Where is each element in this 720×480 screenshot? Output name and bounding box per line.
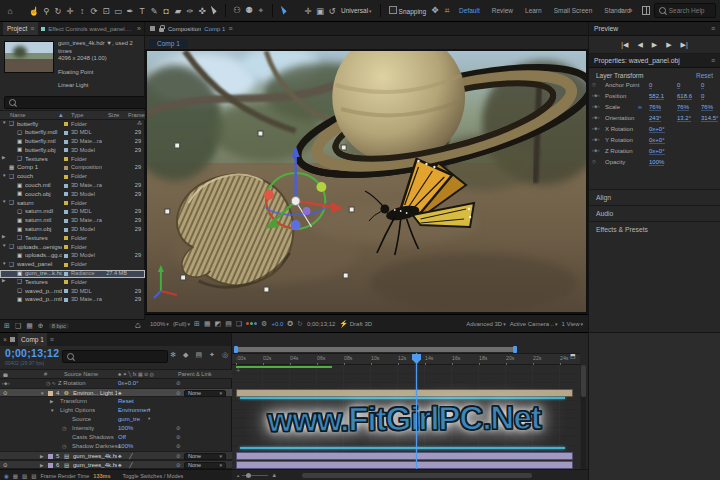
footage-layer-bar[interactable] bbox=[236, 461, 573, 469]
panel-menu-icon[interactable]: ≡ bbox=[711, 57, 715, 64]
zoom-knob[interactable] bbox=[246, 473, 251, 478]
property-value-x[interactable]: 0 bbox=[649, 82, 652, 89]
parent-dropdown[interactable]: NoneNone▾ bbox=[184, 390, 226, 397]
panel-menu-icon[interactable]: ≡ bbox=[711, 25, 715, 32]
sort-icon[interactable]: ▲ bbox=[58, 112, 64, 118]
project-row[interactable]: ▦ Comp 1 Composition 29 bbox=[0, 164, 145, 173]
project-row[interactable]: ▶ ❑ Textures Folder bbox=[0, 155, 145, 164]
label-chip[interactable] bbox=[64, 184, 68, 188]
parent-link-icon[interactable]: ⊘ bbox=[176, 380, 181, 386]
twirl-icon[interactable]: ▼ bbox=[40, 391, 44, 396]
row-label[interactable]: Light Options bbox=[60, 407, 95, 413]
renderer-dropdown[interactable]: Advanced 3D▾ bbox=[466, 321, 506, 327]
row-label[interactable]: Casts Shadows bbox=[72, 434, 114, 440]
type-tool[interactable]: T bbox=[136, 6, 148, 16]
gizmo-position-tool[interactable]: ✛ bbox=[302, 6, 314, 16]
timeline-row[interactable]: ⊙ ▶ 6 ▤ gum_trees_4k.hdr ♣ ╱ ⊘ NoneNone▾ bbox=[0, 460, 232, 469]
layer-color-chip[interactable] bbox=[48, 463, 53, 468]
row-label[interactable]: Transform bbox=[60, 398, 87, 404]
tab-composition[interactable]: Composition bbox=[168, 26, 201, 32]
workspace-tab[interactable]: Default bbox=[459, 7, 480, 14]
parent-link-icon[interactable]: ⊘ bbox=[176, 390, 181, 396]
workspace-tab[interactable]: Small Screen bbox=[554, 7, 593, 14]
puppet-pin-tool[interactable]: ✜ bbox=[196, 6, 208, 16]
next-frame-button[interactable]: ▶ bbox=[666, 41, 671, 49]
property-value-y[interactable]: 13.2° bbox=[677, 115, 691, 122]
gizmo-scale-tool[interactable]: ▣ bbox=[314, 6, 326, 16]
column-type[interactable]: Type bbox=[71, 112, 84, 118]
layer-switches[interactable]: ♣ bbox=[118, 390, 125, 396]
reset-button[interactable]: Reset bbox=[696, 72, 713, 79]
zoom-tool[interactable]: ⚲ bbox=[40, 6, 52, 16]
twirl-icon[interactable]: ▼ bbox=[2, 261, 8, 266]
toggle-switches-button[interactable]: Toggle Switches / Modes bbox=[122, 473, 183, 479]
project-row[interactable]: ▢ saturn.mdl 3D MDL 29 bbox=[0, 208, 145, 217]
property-value-z[interactable]: 314.5° bbox=[701, 115, 718, 122]
mask-visibility-icon[interactable]: ◩ bbox=[215, 320, 222, 328]
label-chip[interactable] bbox=[64, 175, 68, 179]
label-chip[interactable] bbox=[64, 219, 68, 223]
eye-icon[interactable]: ⊙ bbox=[3, 462, 8, 468]
selection-tool[interactable] bbox=[208, 5, 220, 16]
choose-grid-guides-icon[interactable]: ⊞ bbox=[194, 320, 200, 328]
layer-color-chip[interactable] bbox=[48, 444, 53, 449]
keyframe-nav-icon[interactable]: ‹◆› bbox=[592, 148, 600, 153]
row-value[interactable]: Environmen bbox=[118, 407, 150, 413]
layer-switches[interactable]: ♣ ╱ bbox=[118, 462, 135, 468]
column-size[interactable]: Size bbox=[108, 112, 119, 118]
layer-color-chip[interactable] bbox=[48, 426, 53, 431]
keyframe-nav-icon[interactable]: ‹◆› bbox=[2, 381, 10, 386]
twirl-icon[interactable]: ▶ bbox=[40, 463, 43, 468]
chevron-down-icon[interactable]: ▾ bbox=[148, 416, 150, 421]
selection-tool[interactable] bbox=[16, 6, 28, 16]
property-value-y[interactable]: 0 bbox=[677, 82, 680, 89]
property-value-y[interactable]: 76% bbox=[677, 104, 689, 111]
property-value-y[interactable]: 618.6 bbox=[677, 93, 692, 100]
time-ruler[interactable]: :00s02s04s06s08s10s12s14s16s18s20s22s24s bbox=[232, 353, 580, 365]
project-row[interactable]: ▢ butterfly.mdl 3D MDL 29 bbox=[0, 129, 145, 138]
comp-marker-bin-icon[interactable]: ⬒ bbox=[570, 352, 576, 359]
project-row[interactable]: ▣ saturn.mtl 3D Mate...rary 29 bbox=[0, 217, 145, 226]
project-row[interactable]: ▼ ❑ uploads...oenigsegg Folder bbox=[0, 243, 145, 252]
new-composition-icon[interactable]: ▦ bbox=[26, 322, 33, 330]
playhead-line[interactable] bbox=[416, 353, 417, 469]
viewer-timecode[interactable]: 0;00;13;12 bbox=[307, 321, 335, 327]
parent-link-icon[interactable]: ⊘ bbox=[176, 443, 181, 449]
label-chip[interactable] bbox=[64, 289, 68, 293]
row-value[interactable]: 100% bbox=[118, 443, 133, 449]
twirl-icon[interactable]: ▶ bbox=[40, 454, 43, 459]
keyframe-nav-icon[interactable]: ◷ bbox=[592, 159, 596, 164]
column-hash[interactable]: # bbox=[44, 371, 47, 377]
label-chip[interactable] bbox=[64, 228, 68, 232]
parent-link-icon[interactable]: ⊘ bbox=[176, 425, 181, 431]
property-value-x[interactable]: 582.1 bbox=[649, 93, 664, 100]
label-chip[interactable] bbox=[64, 131, 68, 135]
project-row[interactable]: ▢ waved_p...mdl 3D MDL 29 bbox=[0, 287, 145, 296]
tab-timeline-comp[interactable]: Comp 1 bbox=[18, 333, 47, 346]
property-value-z[interactable]: 76% bbox=[701, 104, 713, 111]
label-chip[interactable] bbox=[64, 298, 68, 302]
view-layout-dropdown[interactable]: 1 View▾ bbox=[562, 321, 583, 327]
lock-column-icon[interactable]: ⊠ bbox=[3, 372, 10, 378]
column-name[interactable]: Name bbox=[10, 112, 25, 118]
close-icon[interactable]: × bbox=[3, 336, 7, 343]
brush-tool[interactable]: ✎ bbox=[148, 6, 160, 16]
joint-tool[interactable]: ⚇ bbox=[231, 5, 243, 16]
snapping-checkbox[interactable]: Snapping bbox=[389, 6, 426, 15]
label-chip[interactable] bbox=[64, 166, 68, 170]
gizmo-select-tool[interactable] bbox=[278, 5, 290, 16]
workspace-tab[interactable]: Learn bbox=[525, 7, 542, 14]
parent-link-icon[interactable]: ⊘ bbox=[176, 462, 181, 468]
tab-project[interactable]: Project≡ bbox=[3, 22, 38, 35]
frame-blending-toggle[interactable]: ✦ bbox=[209, 351, 215, 359]
label-chip[interactable] bbox=[64, 280, 68, 284]
layer-color-chip[interactable] bbox=[48, 391, 53, 396]
label-chip[interactable] bbox=[64, 140, 68, 144]
stopwatch-icon[interactable]: ◷ bbox=[62, 425, 66, 431]
lock-icon[interactable] bbox=[159, 28, 164, 32]
label-chip[interactable] bbox=[64, 201, 68, 205]
row-value[interactable]: 100% bbox=[118, 425, 133, 431]
camera-view-dropdown[interactable]: Active Camera ..▾ bbox=[510, 321, 558, 327]
parent-link-icon[interactable]: ⊘ bbox=[176, 434, 181, 440]
lasso-tool[interactable]: ⌖ bbox=[255, 5, 267, 16]
